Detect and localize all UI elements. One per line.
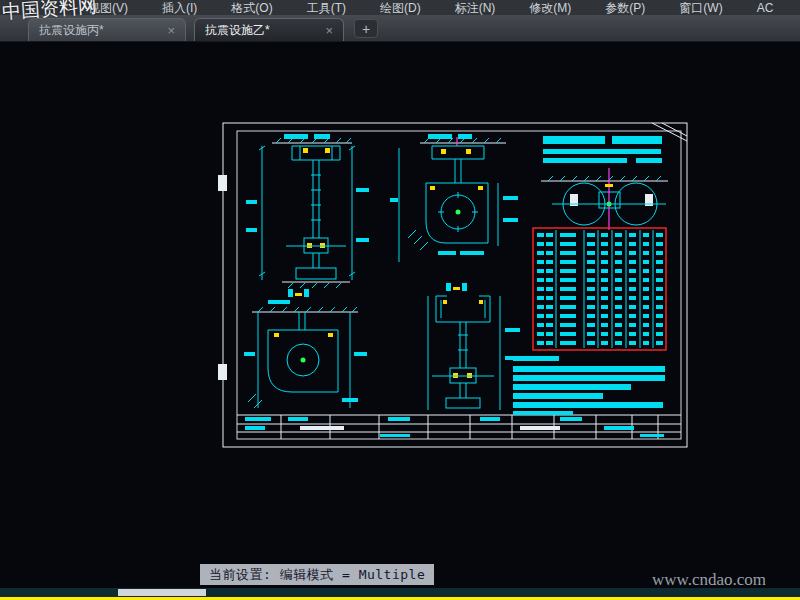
document-tab-bar: 抗震设施丙* × 抗震设施乙* × +: [0, 15, 800, 42]
menu-insert[interactable]: 插入(I): [162, 0, 197, 15]
tab-drawing-2[interactable]: 抗震设施乙* ×: [194, 18, 344, 41]
menu-bar: 视图(V) 插入(I) 格式(O) 工具(T) 绘图(D) 标注(N) 修改(M…: [0, 0, 800, 15]
close-icon[interactable]: ×: [167, 23, 175, 38]
menu-window[interactable]: 窗口(W): [679, 0, 722, 15]
tab-label: 抗震设施乙*: [205, 22, 317, 39]
menu-dimension[interactable]: 标注(N): [455, 0, 496, 15]
menu-acad[interactable]: AC: [757, 0, 774, 15]
menu-tools[interactable]: 工具(T): [307, 0, 346, 15]
tab-label: 抗震设施丙*: [39, 22, 159, 39]
bottom-bar: [0, 588, 800, 597]
close-icon[interactable]: ×: [325, 23, 333, 38]
menu-format[interactable]: 格式(O): [231, 0, 272, 15]
command-line-stub[interactable]: [118, 589, 206, 596]
application-window: 视图(V) 插入(I) 格式(O) 工具(T) 绘图(D) 标注(N) 修改(M…: [0, 0, 800, 600]
cad-sheet: [0, 0, 800, 600]
menu-draw[interactable]: 绘图(D): [380, 0, 421, 15]
watermark-site-url: www.cndao.com: [652, 570, 766, 590]
status-message: 当前设置: 编辑模式 = Multiple: [200, 564, 434, 585]
drawing-canvas[interactable]: 当前设置: 编辑模式 = Multiple www.cndao.com: [0, 42, 800, 588]
new-tab-button[interactable]: +: [354, 19, 378, 38]
menu-modify[interactable]: 修改(M): [529, 0, 571, 15]
menu-parametric[interactable]: 参数(P): [605, 0, 645, 15]
